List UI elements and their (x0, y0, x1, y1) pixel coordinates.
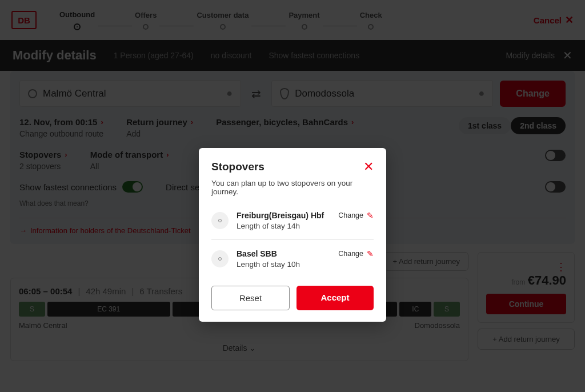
pencil-icon: ✎ (367, 249, 374, 258)
stopover-item: Freiburg(Breisgau) Hbf Length of stay 14… (211, 206, 374, 235)
stopover-length: Length of stay 10h (237, 260, 330, 269)
modal-title: Stopovers (211, 161, 265, 173)
stopover-change-button[interactable]: Change ✎ (338, 211, 374, 220)
stopover-icon (211, 250, 229, 267)
pencil-icon: ✎ (367, 211, 374, 220)
stopover-name: Basel SBB (237, 249, 330, 258)
accept-button[interactable]: Accept (296, 286, 374, 310)
stopover-change-button[interactable]: Change ✎ (338, 249, 374, 258)
modal-close-icon[interactable]: ✕ (363, 159, 374, 174)
stopovers-modal: Stopovers ✕ You can plan up to two stopo… (199, 148, 386, 322)
stopover-length: Length of stay 14h (237, 222, 330, 230)
stopover-item: Basel SBB Length of stay 10h Change ✎ (211, 239, 374, 273)
modal-description: You can plan up to two stopovers on your… (211, 179, 374, 196)
stopover-name: Freiburg(Breisgau) Hbf (237, 211, 330, 220)
reset-button[interactable]: Reset (211, 286, 290, 310)
stopover-icon (211, 212, 229, 229)
